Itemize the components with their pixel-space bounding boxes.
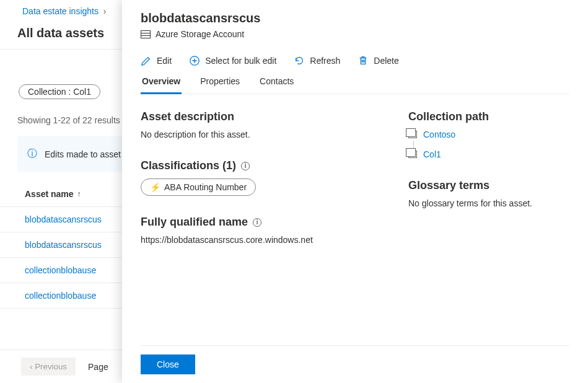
tab-overview[interactable]: Overview [141, 76, 182, 94]
asset-type-label: Azure Storage Account [156, 29, 244, 39]
plus-circle-icon [189, 55, 200, 66]
collection-icon [408, 131, 417, 138]
table-row[interactable]: blobdatascansrscus [0, 232, 124, 258]
edit-label: Edit [157, 56, 172, 66]
delete-button[interactable]: Delete [358, 55, 398, 66]
tab-bar: Overview Properties Contacts [141, 76, 569, 94]
glossary-terms-value: No glossary terms for this asset. [408, 198, 569, 208]
breadcrumb-link[interactable]: Data estate insights [22, 6, 99, 16]
sort-asc-icon: ↑ [77, 190, 81, 198]
fqn-heading: Fully qualified name i [141, 216, 384, 229]
refresh-label: Refresh [310, 56, 340, 66]
storage-account-icon [141, 30, 151, 38]
flyout-footer: Close [141, 345, 569, 383]
edit-button[interactable]: Edit [141, 55, 172, 66]
filter-chip-collection[interactable]: Collection : Col1 [19, 84, 100, 99]
classifications-heading: Classifications (1) i [141, 159, 384, 172]
chevron-right-icon: › [103, 6, 107, 16]
delete-label: Delete [374, 56, 398, 66]
table-row[interactable]: collectionblobause [0, 258, 124, 283]
refresh-button[interactable]: Refresh [294, 55, 340, 66]
classification-tag-label: ABA Routing Number [164, 182, 247, 192]
bulk-edit-label: Select for bulk edit [205, 56, 276, 66]
collection-path-link[interactable]: Contoso [423, 130, 455, 139]
info-icon: ⓘ [27, 147, 37, 161]
pagination: ‹ Previous Page [0, 350, 124, 383]
bolt-icon: ⚡ [150, 182, 160, 192]
result-count: Showing 1-22 of 22 results [0, 105, 124, 134]
page-label: Page [88, 362, 108, 372]
table-row[interactable]: blobdatascansrscus [0, 207, 124, 232]
close-button[interactable]: Close [141, 354, 195, 374]
previous-label: Previous [35, 362, 67, 371]
asset-description-heading: Asset description [141, 110, 384, 123]
breadcrumb: Data estate insights › [0, 0, 124, 22]
edit-icon [141, 55, 152, 66]
asset-subtitle: Azure Storage Account [141, 29, 569, 39]
detail-flyout: blobdatascansrscus Azure Storage Account… [122, 0, 588, 383]
left-panel: Data estate insights › All data assets C… [0, 0, 124, 383]
classification-tag[interactable]: ⚡ ABA Routing Number [141, 178, 256, 196]
asset-description-value: No description for this asset. [141, 130, 384, 139]
tab-contacts[interactable]: Contacts [258, 76, 295, 94]
collection-icon [408, 151, 417, 158]
refresh-icon [294, 55, 305, 66]
info-banner: ⓘ Edits made to asset [17, 136, 124, 172]
trash-icon [358, 55, 369, 66]
fqn-heading-text: Fully qualified name [141, 216, 248, 229]
collection-path-link[interactable]: Col1 [423, 149, 441, 159]
info-icon[interactable]: i [241, 162, 250, 170]
tab-properties[interactable]: Properties [199, 76, 241, 94]
command-bar: Edit Select for bulk edit Refresh Delete [141, 55, 569, 66]
bulk-edit-button[interactable]: Select for bulk edit [189, 55, 276, 66]
collection-path-heading: Collection path [408, 110, 569, 123]
classifications-heading-text: Classifications (1) [141, 159, 236, 172]
fqn-value: https://blobdatascansrscus.core.windows.… [141, 235, 384, 245]
chevron-left-icon: ‹ [30, 362, 35, 371]
table-header-asset-name[interactable]: Asset name ↑ [0, 184, 124, 207]
info-icon[interactable]: i [253, 218, 261, 227]
previous-button[interactable]: ‹ Previous [21, 358, 76, 376]
glossary-terms-heading: Glossary terms [408, 179, 569, 192]
table-row[interactable]: collectionblobause [0, 283, 124, 309]
table-header-label: Asset name [25, 189, 74, 199]
asset-title: blobdatascansrscus [141, 11, 569, 25]
info-banner-text: Edits made to asset [45, 149, 121, 159]
